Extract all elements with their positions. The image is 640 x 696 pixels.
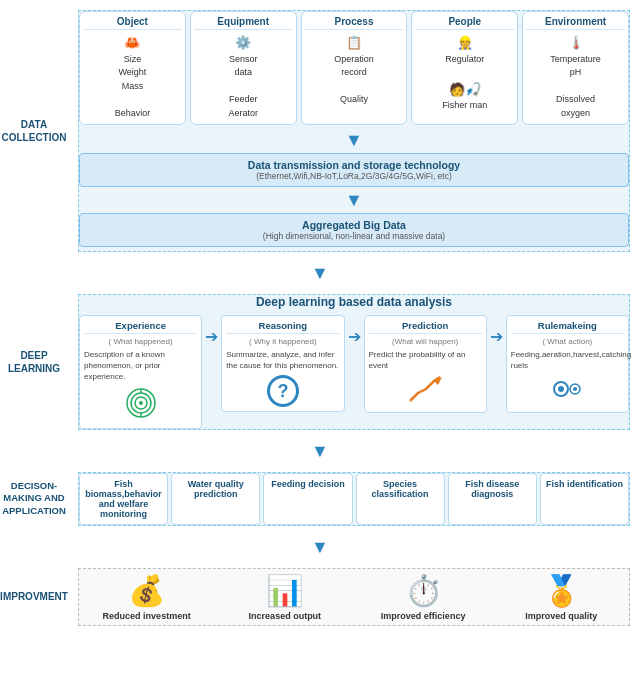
dl-arrow-2: ➔ [348, 315, 361, 346]
data-collection-row: DATA COLLECTION Object 🦀 SizeWeightMassB… [0, 0, 640, 262]
decision-fish-biomass: Fish biomass,behavior and welfare monito… [79, 473, 168, 525]
arrow-to-aggregated: ▼ [79, 191, 629, 209]
arrow-section-2-3: ▼ [0, 442, 640, 460]
category-people: People 👷 Regulator 🧑‍🎣 Fisher man [411, 11, 518, 125]
aggregated-subtitle: (High dimensional, non-linear and massiv… [88, 231, 620, 241]
data-collection-label: DATA COLLECTION [0, 0, 68, 262]
coins-icon: 💰 [81, 573, 212, 608]
dl-card-experience: Experience ( What happened) Description … [79, 315, 202, 429]
dl-cards-row: Experience ( What happened) Description … [79, 315, 629, 429]
deep-learning-content: Deep learning based data analysis Experi… [68, 284, 640, 440]
deep-learning-row: DEEP LEARNING Deep learning based data a… [0, 284, 640, 440]
dl-arrow-1: ➔ [205, 315, 218, 346]
object-body: 🦀 SizeWeightMassBehavior [83, 33, 182, 120]
transmission-subtitle: (Ethernet,Wifi,NB-IoT,LoRa,2G/3G/4G/5G,W… [88, 171, 620, 181]
category-equipment: Equipment ⚙️ SensordataFeederAerator [190, 11, 297, 125]
dl-experience-sub: ( What happened) [84, 337, 197, 346]
category-object: Object 🦀 SizeWeightMassBehavior [79, 11, 186, 125]
decision-making-row: DECISON- MAKING AND APPLICATION Fish bio… [0, 462, 640, 536]
question-circle-icon: ? [267, 375, 299, 407]
improvement-row: IMPROVMENT 💰 Reduced investment 📊 Increa… [0, 558, 640, 636]
dl-arrow-3: ➔ [490, 315, 503, 346]
equipment-body: ⚙️ SensordataFeederAerator [194, 33, 293, 120]
data-collection-box: Object 🦀 SizeWeightMassBehavior Equipmen… [78, 10, 630, 252]
dl-experience-title: Experience [84, 320, 197, 334]
dl-rulemakeing-sub: ( What action) [511, 337, 624, 346]
svg-point-8 [558, 386, 564, 392]
decision-making-label: DECISON- MAKING AND APPLICATION [0, 462, 68, 536]
object-title: Object [83, 16, 182, 30]
dl-prediction-sub: (What will happen) [369, 337, 482, 346]
category-cards-row: Object 🦀 SizeWeightMassBehavior Equipmen… [79, 11, 629, 125]
deep-learning-box: Deep learning based data analysis Experi… [78, 294, 630, 430]
fingerprint-icon [84, 387, 197, 424]
question-icon: ? [226, 375, 339, 407]
dl-main-title: Deep learning based data analysis [79, 295, 629, 309]
improvement-increased-output: 📊 Increased output [217, 569, 352, 625]
transmission-box: Data transmission and storage technology… [79, 153, 629, 187]
data-collection-content: Object 🦀 SizeWeightMassBehavior Equipmen… [68, 0, 640, 262]
main-container: DATA COLLECTION Object 🦀 SizeWeightMassB… [0, 0, 640, 636]
category-environment: Environment 🌡️ TemperaturepHDissolvedoxy… [522, 11, 629, 125]
improvement-box: 💰 Reduced investment 📊 Increased output … [78, 568, 630, 626]
decision-water-quality: Water quality prediction [171, 473, 260, 525]
dl-rulemakeing-desc: Feeding,aeration,harvest,catching ruels [511, 349, 624, 371]
improvement-improved-quality: 🏅 Improved quality [494, 569, 629, 625]
decision-feeding: Feeding decision [263, 473, 352, 525]
svg-point-10 [573, 387, 577, 391]
dl-card-rulemakeing: Rulemakeing ( What action) Feeding,aerat… [506, 315, 629, 413]
decision-cards-row: Fish biomass,behavior and welfare monito… [79, 473, 629, 525]
arrow-to-transmission: ▼ [79, 131, 629, 149]
aggregated-box: Aggregated Big Data (High dimensional, n… [79, 213, 629, 247]
improvement-reduced-investment: 💰 Reduced investment [79, 569, 214, 625]
aggregated-title: Aggregated Big Data [88, 219, 620, 231]
equipment-title: Equipment [194, 16, 293, 30]
decision-section-box: Fish biomass,behavior and welfare monito… [78, 472, 630, 526]
improved-quality-label: Improved quality [496, 611, 627, 621]
improvement-improved-efficiency: ⏱️ Improved efficiency [356, 569, 491, 625]
dl-reasoning-sub: ( Why it happened) [226, 337, 339, 346]
chart-rising-icon [369, 375, 482, 408]
dl-card-reasoning: Reasoning ( Why it happened) Summarize, … [221, 315, 344, 412]
dl-experience-desc: Description of a known phenomenon, or pr… [84, 349, 197, 383]
dl-prediction-desc: Predict the probability of an event [369, 349, 482, 371]
arrow-section-3-4: ▼ [0, 538, 640, 556]
gears-icon [511, 375, 624, 408]
improved-efficiency-label: Improved efficiency [358, 611, 489, 621]
dl-reasoning-title: Reasoning [226, 320, 339, 334]
environment-body: 🌡️ TemperaturepHDissolvedoxygen [526, 33, 625, 120]
arrow-section-1-2: ▼ [0, 264, 640, 282]
environment-title: Environment [526, 16, 625, 30]
dl-prediction-title: Prediction [369, 320, 482, 334]
clock-icon: ⏱️ [358, 573, 489, 608]
improvement-content: 💰 Reduced investment 📊 Increased output … [68, 558, 640, 636]
decision-making-content: Fish biomass,behavior and welfare monito… [68, 462, 640, 536]
svg-point-3 [139, 401, 143, 405]
transmission-title: Data transmission and storage technology [88, 159, 620, 171]
dl-card-prediction: Prediction (What will happen) Predict th… [364, 315, 487, 413]
dl-reasoning-desc: Summarize, analyze, and infer the cause … [226, 349, 339, 371]
bar-chart-icon: 📊 [219, 573, 350, 608]
deep-learning-label: DEEP LEARNING [0, 284, 68, 440]
people-title: People [415, 16, 514, 30]
process-body: 📋 OperationrecordQuality [305, 33, 404, 107]
decision-fish-disease: Fish disease diagnosis [448, 473, 537, 525]
decision-species: Species classification [356, 473, 445, 525]
improvement-cards-row: 💰 Reduced investment 📊 Increased output … [79, 569, 629, 625]
category-process: Process 📋 OperationrecordQuality [301, 11, 408, 125]
decision-fish-id: Fish identification [540, 473, 629, 525]
increased-output-label: Increased output [219, 611, 350, 621]
people-body: 👷 Regulator 🧑‍🎣 Fisher man [415, 33, 514, 113]
dl-rulemakeing-title: Rulemakeing [511, 320, 624, 334]
medal-icon: 🏅 [496, 573, 627, 608]
reduced-investment-label: Reduced investment [81, 611, 212, 621]
process-title: Process [305, 16, 404, 30]
improvement-label: IMPROVMENT [0, 558, 68, 636]
